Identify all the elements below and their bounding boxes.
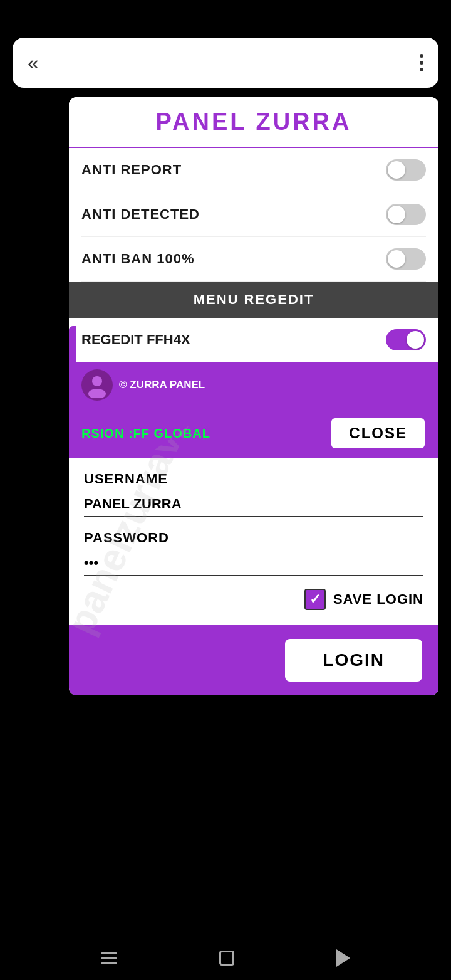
save-login-checkbox[interactable]: ✓ <box>304 589 326 610</box>
login-section: USERNAME PASSWORD ✓ SAVE LOGIN <box>69 458 438 625</box>
login-button-bar: LOGIN <box>69 625 438 695</box>
nav-home-icon[interactable] <box>219 951 234 966</box>
anti-detected-label: ANTI DETECTED <box>81 206 200 223</box>
anti-report-label: ANTI REPORT <box>81 162 182 178</box>
password-label: PASSWORD <box>84 530 423 546</box>
login-button[interactable]: LOGIN <box>284 638 423 683</box>
svg-point-0 <box>92 376 102 386</box>
save-login-row: ✓ SAVE LOGIN <box>84 589 423 610</box>
regedit-row: REGEDIT FFH4X <box>69 318 438 362</box>
username-label: USERNAME <box>84 471 423 487</box>
save-login-label: SAVE LOGIN <box>333 591 423 608</box>
checkmark-icon: ✓ <box>309 591 321 608</box>
panel-footer: © ZURRA PANEL <box>69 362 438 408</box>
menu-regedit-label: MENU REGEDIT <box>194 292 314 307</box>
anti-ban-label: ANTI BAN 100% <box>81 251 194 267</box>
version-text: RSION :FF GLOBAL <box>81 426 210 441</box>
nav-back-icon[interactable] <box>336 949 350 967</box>
anti-ban-toggle[interactable] <box>386 248 426 270</box>
password-input[interactable] <box>84 551 423 576</box>
anti-ban-row: ANTI BAN 100% <box>81 237 426 282</box>
bottom-nav <box>0 936 451 980</box>
menu-regedit-header: MENU REGEDIT <box>69 282 438 318</box>
footer-copyright: © ZURRA PANEL <box>119 379 205 391</box>
anti-report-toggle[interactable] <box>386 159 426 181</box>
panel-title: PANEL ZURRA <box>81 108 426 135</box>
regedit-label: REGEDIT FFH4X <box>81 332 190 348</box>
anti-detected-row: ANTI DETECTED <box>81 192 426 237</box>
anti-report-row: ANTI REPORT <box>81 148 426 192</box>
regedit-toggle[interactable] <box>386 329 426 350</box>
toggle-section: ANTI REPORT ANTI DETECTED ANTI BAN 100% <box>69 148 438 282</box>
side-accent-bar <box>69 326 76 451</box>
version-close-bar: RSION :FF GLOBAL CLOSE <box>69 408 438 458</box>
panel-header: PANEL ZURRA <box>69 97 438 148</box>
footer-avatar <box>81 369 113 401</box>
panel-card: PANEL ZURRA ANTI REPORT ANTI DETECTED AN… <box>69 97 438 695</box>
svg-point-1 <box>88 389 106 398</box>
browser-back-icon[interactable]: « <box>28 51 39 75</box>
close-button[interactable]: CLOSE <box>330 417 426 450</box>
username-input[interactable] <box>84 492 423 517</box>
footer-logo-area: © ZURRA PANEL <box>81 369 205 401</box>
browser-menu-icon[interactable] <box>420 54 423 71</box>
browser-bar: « <box>13 38 438 88</box>
nav-menu-icon[interactable] <box>101 952 117 964</box>
anti-detected-toggle[interactable] <box>386 204 426 225</box>
